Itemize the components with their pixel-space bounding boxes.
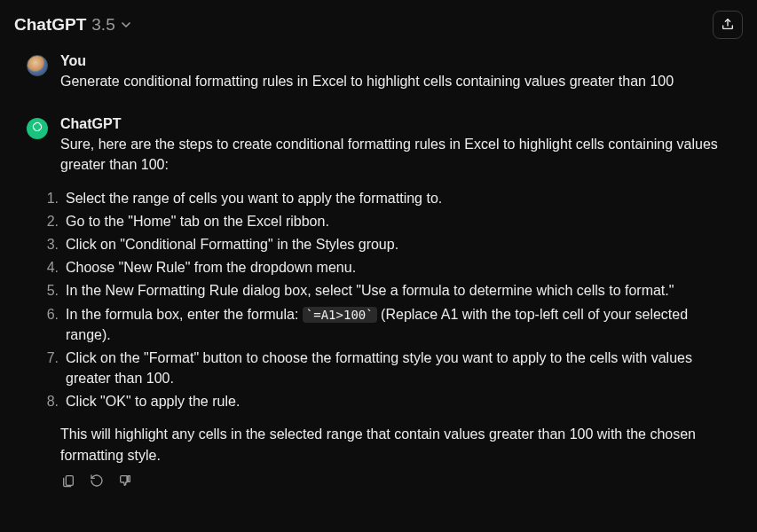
refresh-icon	[90, 473, 104, 490]
step-number: 3.	[39, 234, 59, 254]
conversation: You Generate conditional formatting rule…	[14, 48, 743, 490]
step-number: 2.	[39, 211, 59, 231]
step-number: 5.	[39, 280, 59, 301]
user-avatar	[27, 55, 48, 76]
regenerate-button[interactable]	[89, 474, 105, 490]
list-item: 7.Click on the "Format" button to choose…	[39, 348, 730, 388]
step-text: Choose "New Rule" from the dropdown menu…	[66, 257, 730, 278]
dislike-button[interactable]	[117, 474, 133, 490]
step-number: 7.	[39, 348, 59, 388]
copy-button[interactable]	[60, 474, 76, 490]
clipboard-icon	[61, 473, 75, 490]
user-sender-label: You	[60, 53, 730, 69]
assistant-message-body: ChatGPT Sure, here are the steps to crea…	[60, 116, 730, 490]
list-item: 6.In the formula box, enter the formula:…	[39, 304, 730, 345]
header-bar: ChatGPT 3.5	[14, 7, 743, 48]
upload-icon	[721, 17, 735, 34]
list-item: 2.Go to the "Home" tab on the Excel ribb…	[39, 211, 730, 231]
app-root: ChatGPT 3.5 You Generate conditional for…	[0, 0, 757, 532]
step-text: Click on "Conditional Formatting" in the…	[66, 234, 730, 254]
step-number: 1.	[39, 188, 59, 208]
model-selector[interactable]: ChatGPT 3.5	[14, 15, 133, 35]
step-text: Go to the "Home" tab on the Excel ribbon…	[66, 211, 730, 231]
model-name: ChatGPT	[14, 15, 86, 35]
step-number: 6.	[39, 304, 59, 345]
model-version: 3.5	[91, 15, 114, 35]
list-item: 8.Click "OK" to apply the rule.	[39, 391, 730, 411]
step-text: In the New Formatting Rule dialog box, s…	[66, 280, 730, 301]
user-message-body: You Generate conditional formatting rule…	[60, 53, 730, 91]
assistant-message: ChatGPT Sure, here are the steps to crea…	[27, 116, 730, 490]
step-text: Select the range of cells you want to ap…	[66, 188, 730, 208]
list-item: 4.Choose "New Rule" from the dropdown me…	[39, 257, 730, 278]
assistant-intro: Sure, here are the steps to create condi…	[60, 134, 730, 175]
assistant-content: Sure, here are the steps to create condi…	[60, 134, 730, 466]
openai-icon	[30, 120, 44, 137]
assistant-outro: This will highlight any cells in the sel…	[60, 424, 730, 465]
user-message: You Generate conditional formatting rule…	[27, 53, 730, 91]
svg-rect-1	[66, 476, 73, 486]
list-item: 3.Click on "Conditional Formatting" in t…	[39, 234, 730, 254]
assistant-sender-label: ChatGPT	[60, 116, 730, 132]
assistant-avatar	[27, 118, 48, 139]
step-text: Click "OK" to apply the rule.	[66, 391, 730, 411]
thumbs-down-icon	[118, 473, 132, 490]
step-text: In the formula box, enter the formula: `…	[66, 304, 730, 345]
list-item: 1.Select the range of cells you want to …	[39, 188, 730, 208]
step-number: 4.	[39, 257, 59, 278]
message-actions	[60, 474, 730, 490]
share-button[interactable]	[713, 11, 743, 39]
steps-list: 1.Select the range of cells you want to …	[60, 188, 730, 412]
step-text: Click on the "Format" button to choose t…	[66, 348, 730, 388]
list-item: 5.In the New Formatting Rule dialog box,…	[39, 280, 730, 301]
formula-code: `=A1>100`	[303, 307, 377, 323]
step-number: 8.	[39, 391, 59, 411]
user-text: Generate conditional formatting rules in…	[60, 71, 730, 91]
chevron-down-icon	[119, 18, 133, 32]
